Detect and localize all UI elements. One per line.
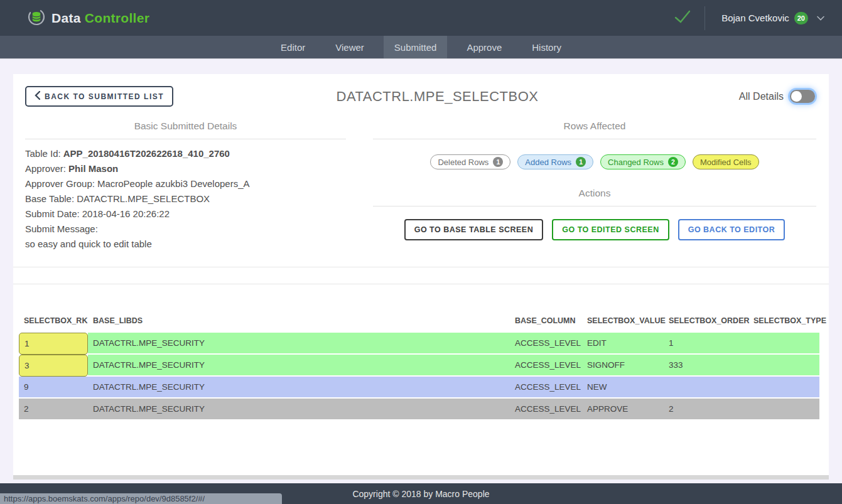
field-submit-message-text: so easy and quick to edit table xyxy=(25,237,346,252)
field-approver-group: Approver Group:MacroPeople azukbi3 Devel… xyxy=(25,176,346,191)
sync-check-icon xyxy=(673,9,692,27)
horizontal-scrollbar[interactable] xyxy=(13,475,829,480)
browser-link-preview: https://apps.boemskats.com/apps/repo/dev… xyxy=(0,493,282,504)
modified-cell[interactable]: 3 xyxy=(19,355,88,377)
all-details-toggle[interactable] xyxy=(790,90,815,103)
chevron-down-icon xyxy=(817,14,824,23)
modified-cell[interactable]: 1 xyxy=(19,333,88,355)
main-content: BACK TO SUBMITTED LIST DATACTRL.MPE_SELE… xyxy=(0,59,842,480)
tab-approve[interactable]: Approve xyxy=(456,36,512,58)
main-nav: Editor Viewer Submitted Approve History xyxy=(0,36,842,59)
col-selectbox-rk: SELECTBOX_RK xyxy=(19,314,88,333)
all-details-label: All Details xyxy=(739,91,784,102)
changed-rows-count: 2 xyxy=(668,157,678,167)
basic-submitted-details-section: Basic Submitted Details Table Id:APP_201… xyxy=(13,121,346,252)
header-divider xyxy=(704,6,705,30)
rows-affected-section: Rows Affected Deleted Rows 1 Added Rows … xyxy=(346,121,829,252)
page-title: DATACTRL.MPE_SELECTBOX xyxy=(136,88,739,105)
tab-history[interactable]: History xyxy=(521,36,572,58)
col-base-libds: BASE_LIBDS xyxy=(88,314,510,333)
chevron-left-icon xyxy=(35,91,40,102)
table-header-row: SELECTBOX_RK BASE_LIBDS BASE_COLUMN SELE… xyxy=(19,314,819,333)
actions-heading: Actions xyxy=(373,169,816,206)
table-row[interactable]: 3 DATACTRL.MPE_SECURITY ACCESS_LEVEL SIG… xyxy=(19,355,819,377)
go-to-base-table-screen-button[interactable]: GO TO BASE TABLE SCREEN xyxy=(404,219,544,240)
changed-rows-pill: Changed Rows 2 xyxy=(600,154,686,169)
col-selectbox-order: SELECTBOX_ORDER xyxy=(664,314,748,333)
top-header: Data Controller Bojan Cvetkovic 20 xyxy=(0,0,842,36)
added-rows-count: 1 xyxy=(576,157,586,167)
deleted-rows-count: 1 xyxy=(493,157,503,167)
col-selectbox-type: SELECTBOX_TYPE xyxy=(748,314,819,333)
database-logo-icon xyxy=(28,8,45,28)
link-preview-url: https://apps.boemskats.com/apps/repo/dev… xyxy=(4,494,205,503)
changes-table: SELECTBOX_RK BASE_LIBDS BASE_COLUMN SELE… xyxy=(19,314,819,421)
tab-editor[interactable]: Editor xyxy=(270,36,316,58)
field-table-id: Table Id:APP_20180416T202622618_410_2760 xyxy=(25,146,346,161)
tab-submitted[interactable]: Submitted xyxy=(384,36,448,58)
go-to-edited-screen-button[interactable]: GO TO EDITED SCREEN xyxy=(552,219,669,240)
toggle-knob xyxy=(791,91,802,102)
app-title: Data Controller xyxy=(51,11,149,26)
field-submit-date: Submit Date:2018-04-16 20:26:22 xyxy=(25,206,346,222)
user-menu[interactable]: Bojan Cvetkovic 20 xyxy=(715,12,831,24)
field-base-table: Base Table:DATACTRL.MPE_SELECTBOX xyxy=(25,191,346,206)
table-row[interactable]: 2 DATACTRL.MPE_SECURITY ACCESS_LEVEL APP… xyxy=(19,399,819,421)
col-base-column: BASE_COLUMN xyxy=(510,314,582,333)
user-name: Bojan Cvetkovic xyxy=(721,13,789,23)
tab-viewer[interactable]: Viewer xyxy=(325,36,375,58)
details-heading: Basic Submitted Details xyxy=(25,121,346,139)
go-back-to-editor-button[interactable]: GO BACK TO EDITOR xyxy=(678,219,785,240)
deleted-rows-pill: Deleted Rows 1 xyxy=(430,154,510,169)
user-count-badge: 20 xyxy=(794,12,808,24)
field-approver: Approver:Phil Mason xyxy=(25,161,346,176)
changes-table-container: SELECTBOX_RK BASE_LIBDS BASE_COLUMN SELE… xyxy=(13,284,829,421)
section-divider-1 xyxy=(13,267,829,267)
submitted-detail-card: BACK TO SUBMITTED LIST DATACTRL.MPE_SELE… xyxy=(13,74,829,480)
modified-cells-pill: Modified Cells xyxy=(693,154,759,169)
copyright-text: Copyright © 2018 by Macro People xyxy=(352,489,489,499)
added-rows-pill: Added Rows 1 xyxy=(517,154,593,169)
table-row[interactable]: 9 DATACTRL.MPE_SECURITY ACCESS_LEVEL NEW xyxy=(19,377,819,399)
table-row[interactable]: 1 DATACTRL.MPE_SECURITY ACCESS_LEVEL EDI… xyxy=(19,333,819,355)
field-submit-message: Submit Message: xyxy=(25,222,346,237)
app-logo[interactable]: Data Controller xyxy=(28,8,149,28)
col-selectbox-value: SELECTBOX_VALUE xyxy=(582,314,664,333)
rows-affected-heading: Rows Affected xyxy=(373,121,816,139)
